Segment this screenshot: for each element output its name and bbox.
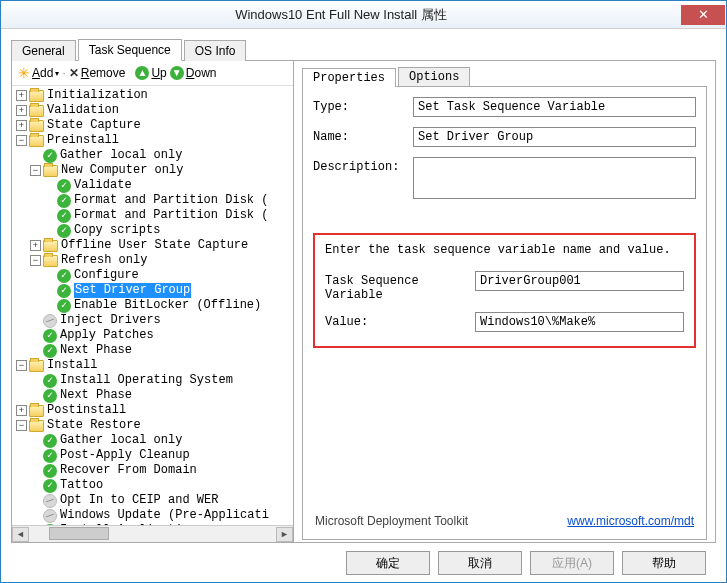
ts-variable-field[interactable] — [475, 271, 684, 291]
value-label: Value: — [325, 312, 475, 329]
tree-node[interactable]: ✓Enable BitLocker (Offline) — [16, 298, 293, 313]
tree-node[interactable]: ✓Post-Apply Cleanup — [16, 448, 293, 463]
collapse-icon[interactable]: − — [16, 360, 27, 371]
tree-node[interactable]: +Offline User State Capture — [16, 238, 293, 253]
disabled-icon — [43, 494, 57, 508]
tab-task-sequence[interactable]: Task Sequence — [78, 39, 182, 61]
check-icon: ✓ — [57, 269, 71, 283]
tree-node[interactable]: ✓Install Operating System — [16, 373, 293, 388]
type-label: Type: — [313, 97, 413, 114]
tree-node[interactable]: ✓Set Driver Group — [16, 283, 293, 298]
tree-label: Format and Partition Disk ( — [74, 193, 268, 208]
remove-button[interactable]: ✕ Remove — [69, 66, 126, 80]
scroll-right-icon[interactable]: ► — [276, 527, 293, 542]
tree-node[interactable]: ✓Apply Patches — [16, 328, 293, 343]
tree-node[interactable]: +State Capture — [16, 118, 293, 133]
collapse-icon[interactable]: − — [30, 255, 41, 266]
tree-node[interactable]: ✓Format and Partition Disk ( — [16, 193, 293, 208]
tree-node[interactable]: ✓Copy scripts — [16, 223, 293, 238]
tree-node[interactable]: Windows Update (Pre-Applicati — [16, 508, 293, 523]
main-tabs: General Task Sequence OS Info — [11, 39, 716, 61]
tree-node[interactable]: −Refresh only — [16, 253, 293, 268]
folder-icon — [29, 90, 44, 102]
expand-icon[interactable]: + — [16, 105, 27, 116]
spacer — [30, 390, 41, 401]
tree-label: Configure — [74, 268, 139, 283]
expand-icon[interactable]: + — [16, 90, 27, 101]
tree-label: Enable BitLocker (Offline) — [74, 298, 261, 313]
check-icon: ✓ — [43, 524, 57, 526]
arrow-down-icon: ▼ — [170, 66, 184, 80]
tree-node[interactable]: ✓Validate — [16, 178, 293, 193]
dropdown-icon: ▾ — [55, 69, 59, 78]
down-button[interactable]: ▼ Down — [170, 66, 217, 80]
scroll-left-icon[interactable]: ◄ — [12, 527, 29, 542]
tree-node[interactable]: +Postinstall — [16, 403, 293, 418]
horizontal-scrollbar[interactable]: ◄ ► — [12, 525, 293, 542]
up-button[interactable]: ▲ Up — [135, 66, 166, 80]
tree-label: Recover From Domain — [60, 463, 197, 478]
close-button[interactable]: ✕ — [681, 5, 725, 25]
description-field[interactable] — [413, 157, 696, 199]
spacer — [44, 270, 55, 281]
folder-icon — [43, 255, 58, 267]
tree-label: Validation — [47, 103, 119, 118]
tree-node[interactable]: −Install — [16, 358, 293, 373]
tree-node[interactable]: ✓Format and Partition Disk ( — [16, 208, 293, 223]
tree-label: Postinstall — [47, 403, 126, 418]
help-button[interactable]: 帮助 — [622, 551, 706, 575]
expand-icon[interactable]: + — [16, 120, 27, 131]
tree-label: Post-Apply Cleanup — [60, 448, 190, 463]
tree-label: Install Operating System — [60, 373, 233, 388]
tree-label: Refresh only — [61, 253, 147, 268]
tree-node[interactable]: −New Computer only — [16, 163, 293, 178]
mdt-link[interactable]: www.microsoft.com/mdt — [567, 514, 694, 528]
collapse-icon[interactable]: − — [16, 135, 27, 146]
tree-label: Offline User State Capture — [61, 238, 248, 253]
tree-node[interactable]: ✓Next Phase — [16, 343, 293, 358]
collapse-icon[interactable]: − — [16, 420, 27, 431]
scroll-thumb[interactable] — [49, 527, 109, 540]
tree-label: State Restore — [47, 418, 141, 433]
tree-label: Set Driver Group — [74, 283, 191, 298]
folder-icon — [43, 165, 58, 177]
tree-node[interactable]: +Initialization — [16, 88, 293, 103]
tree-node[interactable]: Inject Drivers — [16, 313, 293, 328]
spacer — [30, 375, 41, 386]
tree-node[interactable]: −State Restore — [16, 418, 293, 433]
tree-node[interactable]: ✓Gather local only — [16, 433, 293, 448]
tree-label: Inject Drivers — [60, 313, 161, 328]
tree-node[interactable]: ✓Recover From Domain — [16, 463, 293, 478]
tree-node[interactable]: Opt In to CEIP and WER — [16, 493, 293, 508]
value-field[interactable] — [475, 312, 684, 332]
tree-node[interactable]: ✓Next Phase — [16, 388, 293, 403]
tree-node[interactable]: ✓Configure — [16, 268, 293, 283]
tree-node[interactable]: +Validation — [16, 103, 293, 118]
ok-button[interactable]: 确定 — [346, 551, 430, 575]
spacer — [44, 300, 55, 311]
tree-label: Apply Patches — [60, 328, 154, 343]
tab-general[interactable]: General — [11, 40, 76, 61]
collapse-icon[interactable]: − — [30, 165, 41, 176]
tab-os-info[interactable]: OS Info — [184, 40, 247, 61]
name-field[interactable] — [413, 127, 696, 147]
add-button[interactable]: ✳ Add ▾ — [18, 65, 59, 81]
dialog-buttons: 确定 取消 应用(A) 帮助 — [11, 543, 716, 583]
tab-properties[interactable]: Properties — [302, 68, 396, 87]
tree-node[interactable]: −Preinstall — [16, 133, 293, 148]
disabled-icon — [43, 509, 57, 523]
tab-options[interactable]: Options — [398, 67, 470, 86]
check-icon: ✓ — [57, 224, 71, 238]
apply-button[interactable]: 应用(A) — [530, 551, 614, 575]
tree-node[interactable]: ✓Install Applications — [16, 523, 293, 525]
tree-label: Opt In to CEIP and WER — [60, 493, 218, 508]
tree-node[interactable]: ✓Tattoo — [16, 478, 293, 493]
task-sequence-tree[interactable]: +Initialization+Validation+State Capture… — [12, 86, 293, 525]
expand-icon[interactable]: + — [16, 405, 27, 416]
spacer — [30, 495, 41, 506]
cancel-button[interactable]: 取消 — [438, 551, 522, 575]
variable-section: Enter the task sequence variable name an… — [313, 233, 696, 348]
tree-node[interactable]: ✓Gather local only — [16, 148, 293, 163]
check-icon: ✓ — [43, 479, 57, 493]
expand-icon[interactable]: + — [30, 240, 41, 251]
